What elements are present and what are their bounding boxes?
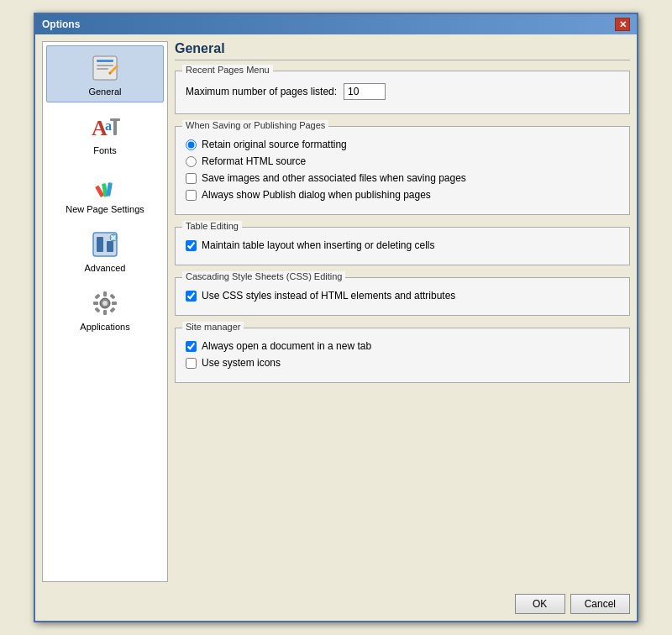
max-pages-row: Maximum number of pages listed: [186, 83, 619, 100]
max-pages-label: Maximum number of pages listed: [186, 86, 337, 97]
svg-rect-21 [103, 291, 107, 297]
recent-pages-title: Recent Pages Menu [182, 65, 273, 75]
dialog-footer: OK Cancel [35, 589, 637, 621]
cancel-button[interactable]: Cancel [570, 594, 630, 614]
content-title: General [175, 41, 630, 60]
checkbox-publish-dialog-row: Always show Publish dialog when publishi… [186, 189, 619, 201]
checkbox-system-icons[interactable] [186, 358, 197, 369]
checkbox-save-images-row: Save images and other associated files w… [186, 172, 619, 184]
checkbox-table-layout-label: Maintain table layout when inserting or … [202, 239, 435, 251]
svg-rect-9 [110, 118, 120, 121]
radio-reformat-row: Reformat HTML source [186, 155, 619, 167]
radio-retain-row: Retain original source formatting [186, 139, 619, 150]
svg-rect-25 [94, 293, 100, 299]
sidebar-applications-label: Applications [80, 322, 129, 332]
radio-retain-label: Retain original source formatting [202, 139, 347, 150]
checkbox-css-styles-row: Use CSS styles instead of HTML elements … [186, 290, 619, 302]
checkbox-open-new-tab-row: Always open a document in a new tab [186, 340, 619, 352]
css-editing-title: Cascading Style Sheets (CSS) Editing [182, 271, 345, 281]
svg-rect-2 [97, 65, 113, 66]
radio-reformat[interactable] [186, 156, 197, 167]
checkbox-table-layout[interactable] [186, 240, 197, 251]
svg-rect-1 [97, 60, 113, 62]
svg-rect-3 [97, 68, 108, 70]
recent-pages-group: Recent Pages Menu Maximum number of page… [175, 71, 630, 114]
checkbox-system-icons-label: Use system icons [202, 357, 281, 369]
dialog-title: Options [42, 18, 80, 30]
checkbox-publish-dialog[interactable] [186, 190, 197, 201]
svg-rect-14 [97, 237, 103, 252]
svg-rect-22 [103, 310, 107, 315]
title-bar: Options ✕ [35, 14, 637, 34]
css-editing-group: Cascading Style Sheets (CSS) Editing Use… [175, 277, 630, 316]
svg-rect-28 [109, 307, 115, 312]
content-area: General Recent Pages Menu Maximum number… [175, 41, 630, 582]
svg-rect-26 [109, 293, 115, 299]
svg-rect-12 [106, 182, 113, 197]
fonts-icon: A a [88, 110, 122, 144]
general-icon [88, 51, 122, 85]
sidebar-item-fonts[interactable]: A a Fonts [46, 104, 164, 161]
saving-title: When Saving or Publishing Pages [182, 120, 328, 130]
site-manager-title: Site manager [182, 322, 244, 332]
max-pages-input[interactable] [344, 83, 386, 100]
sidebar-item-general[interactable]: General [46, 45, 164, 102]
svg-rect-27 [94, 307, 100, 312]
svg-rect-15 [107, 241, 113, 252]
newpage-icon [88, 169, 122, 202]
checkbox-table-layout-row: Maintain table layout when inserting or … [186, 239, 619, 251]
svg-rect-23 [93, 302, 98, 305]
checkbox-publish-dialog-label: Always show Publish dialog when publishi… [202, 189, 431, 201]
svg-rect-24 [112, 302, 117, 305]
ok-button[interactable]: OK [515, 594, 565, 614]
sidebar-general-label: General [88, 87, 121, 97]
checkbox-save-images[interactable] [186, 173, 197, 184]
dialog-body: General A a Fonts [35, 34, 637, 589]
sidebar-advanced-label: Advanced [85, 263, 126, 273]
checkbox-system-icons-row: Use system icons [186, 357, 619, 369]
sidebar: General A a Fonts [42, 41, 168, 582]
table-editing-title: Table Editing [182, 221, 242, 231]
applications-icon [88, 286, 122, 320]
svg-point-20 [102, 301, 108, 306]
checkbox-css-styles[interactable] [186, 291, 197, 302]
saving-group: When Saving or Publishing Pages Retain o… [175, 126, 630, 215]
sidebar-newpage-label: New Page Settings [66, 204, 144, 214]
sidebar-item-applications[interactable]: Applications [46, 281, 164, 338]
advanced-icon [88, 228, 122, 261]
checkbox-open-new-tab[interactable] [186, 341, 197, 352]
sidebar-item-advanced[interactable]: Advanced [46, 222, 164, 279]
sidebar-fonts-label: Fonts [93, 145, 117, 155]
radio-retain[interactable] [186, 139, 197, 150]
checkbox-save-images-label: Save images and other associated files w… [202, 172, 466, 184]
sidebar-item-newpage[interactable]: New Page Settings [46, 163, 164, 220]
table-editing-group: Table Editing Maintain table layout when… [175, 227, 630, 265]
checkbox-css-styles-label: Use CSS styles instead of HTML elements … [202, 290, 455, 302]
close-button[interactable]: ✕ [615, 18, 630, 31]
options-dialog: Options ✕ General [34, 13, 638, 622]
site-manager-group: Site manager Always open a document in a… [175, 328, 630, 383]
radio-reformat-label: Reformat HTML source [202, 155, 306, 167]
checkbox-open-new-tab-label: Always open a document in a new tab [202, 340, 371, 352]
